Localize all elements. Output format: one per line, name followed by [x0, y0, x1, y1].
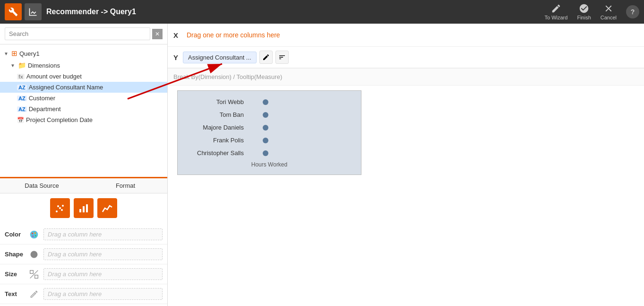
tree-item-department[interactable]: AZ Department: [0, 104, 167, 114]
dimensions-expand-icon: ▼: [10, 63, 16, 68]
row-label-tori: Tori Webb: [182, 98, 244, 105]
svg-point-11: [35, 235, 36, 236]
fx-badge: fx: [17, 74, 25, 79]
tree-item-consultant[interactable]: AZ Assigned Consultant Name: [0, 82, 167, 93]
wizard-label: To Wizard: [545, 15, 568, 20]
tree-dimensions[interactable]: ▼ 📁 Dimensions: [0, 60, 167, 71]
tab-format[interactable]: Format: [84, 178, 167, 193]
dot-tori: [263, 99, 268, 105]
row-label-christopher: Christopher Salls: [182, 149, 244, 157]
cancel-label: Cancel: [601, 15, 617, 20]
chart-type-row: [0, 193, 167, 223]
tree-item-amount[interactable]: fx Amount over budget: [0, 71, 167, 82]
svg-rect-15: [35, 275, 38, 278]
x-axis-row: X Drag one or more columns here: [168, 24, 644, 47]
shape-label: Shape: [5, 251, 27, 258]
app-title: Recommender -> Query1: [46, 8, 545, 16]
color-drop-zone[interactable]: Drag a column here: [43, 228, 163, 240]
dot-area-majore: [249, 125, 356, 131]
dot-area-frank: [249, 138, 356, 143]
tab-data-source[interactable]: Data Source: [0, 178, 84, 193]
chart-row-frank: Frank Polis: [178, 134, 361, 147]
y-axis-content: Assigned Consultant ...: [183, 51, 289, 64]
row-label-majore: Majore Daniels: [182, 124, 244, 131]
finish-button[interactable]: Finish: [577, 3, 591, 20]
dot-majore: [263, 125, 268, 131]
finish-label: Finish: [577, 15, 591, 20]
finish-icon: [579, 3, 589, 14]
svg-point-10: [34, 232, 36, 234]
dot-christopher: [263, 150, 268, 156]
chart-row-majore: Majore Daniels: [178, 121, 361, 134]
size-icon: [27, 268, 41, 281]
shape-icon: [27, 248, 41, 261]
logo-area: [5, 3, 42, 20]
drag-row-shape: Shape Drag a column here: [0, 245, 167, 264]
text-icon: [27, 288, 41, 301]
circle-icon: [29, 250, 39, 259]
tree-item-customer[interactable]: AZ Customer: [0, 93, 167, 104]
folder-icon: 📁: [18, 61, 26, 69]
pencil-icon: [29, 289, 39, 299]
svg-rect-5: [79, 209, 81, 212]
chart-type-line[interactable]: [97, 198, 117, 218]
breakby-text: Break By(Dimension) / Tooltip(Measure): [173, 73, 282, 80]
y-chip-consultant[interactable]: Assigned Consultant ...: [183, 52, 257, 63]
resize-icon: [29, 270, 39, 279]
header-actions: To Wizard Finish Cancel ?: [545, 3, 640, 20]
bottom-panel: Data Source Format: [0, 177, 167, 306]
svg-point-13: [31, 251, 38, 258]
az-badge-customer: AZ: [17, 96, 27, 101]
consultant-label: Assigned Consultant Name: [29, 84, 103, 91]
tree-root-query1[interactable]: ▼ ⊞ Query1: [0, 47, 167, 60]
wizard-icon: [551, 3, 561, 14]
svg-point-8: [30, 230, 38, 238]
dot-area-christopher: [249, 150, 356, 156]
chart-type-bar[interactable]: [74, 198, 94, 218]
size-drop-zone[interactable]: Drag a column here: [43, 268, 163, 280]
shape-drop-zone[interactable]: Drag a column here: [43, 248, 163, 260]
y-edit-button[interactable]: [259, 51, 273, 64]
orange-logo: [5, 3, 22, 20]
chart-row-tom: Tom Ban: [178, 108, 361, 121]
tree-item-project-date[interactable]: 📅 Project Completion Date: [0, 114, 167, 125]
dot-tom: [263, 112, 268, 118]
wizard-button[interactable]: To Wizard: [545, 3, 568, 20]
table-icon: ⊞: [11, 49, 17, 58]
text-label: Text: [5, 290, 27, 297]
row-label-tom: Tom Ban: [182, 111, 244, 118]
chart-container: Tori Webb Tom Ban Majore Daniels: [168, 86, 644, 306]
calendar-icon: 📅: [17, 117, 24, 123]
cancel-icon: [603, 3, 614, 14]
sidebar: ✕ ▼ ⊞ Query1 ▼ 📁 Dimensions fx: [0, 24, 168, 306]
cancel-button[interactable]: Cancel: [601, 3, 617, 20]
line-icon: [102, 202, 113, 214]
search-clear-button[interactable]: ✕: [152, 29, 163, 39]
svg-point-2: [62, 205, 64, 207]
dot-area-tori: [249, 99, 356, 105]
svg-line-16: [30, 270, 38, 278]
palette-icon: [29, 230, 39, 239]
svg-point-12: [32, 235, 34, 236]
text-drop-zone[interactable]: Drag a column here: [43, 288, 163, 300]
dot-area-tom: [249, 112, 356, 118]
search-input[interactable]: [5, 27, 150, 40]
row-label-frank: Frank Polis: [182, 137, 244, 144]
svg-point-9: [32, 232, 33, 234]
chart-type-scatter[interactable]: [50, 198, 70, 218]
department-label: Department: [29, 105, 61, 113]
search-bar: ✕: [0, 24, 167, 44]
chart-row-christopher: Christopher Salls: [178, 147, 361, 159]
drag-row-size: Size Drag a column here: [0, 264, 167, 284]
svg-point-3: [57, 205, 59, 207]
y-sort-button[interactable]: [275, 51, 289, 64]
customer-label: Customer: [29, 95, 55, 102]
sort-icon: [278, 53, 286, 61]
main-area: ✕ ▼ ⊞ Query1 ▼ 📁 Dimensions fx: [0, 24, 644, 306]
drag-fields: Color Drag a column here: [0, 223, 167, 306]
x-drop-zone[interactable]: Drag one or more columns here: [183, 27, 638, 43]
chart-icon: [28, 7, 38, 17]
y-axis-row: Y Assigned Consultant ...: [168, 47, 644, 69]
x-axis-label: X: [173, 31, 183, 39]
help-button[interactable]: ?: [626, 5, 639, 18]
